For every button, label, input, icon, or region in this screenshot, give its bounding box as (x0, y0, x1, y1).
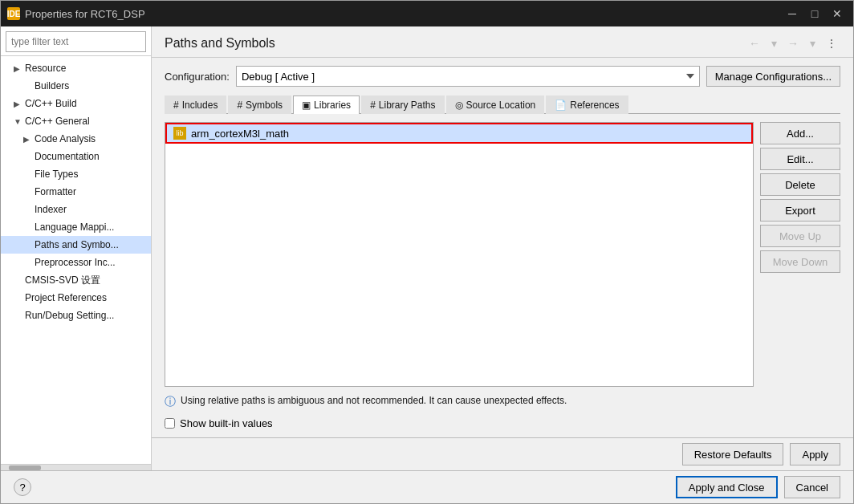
expand-icon (23, 241, 33, 250)
sidebar-item-label: Project References (25, 292, 107, 303)
apply-and-close-button[interactable]: Apply and Close (676, 476, 778, 498)
sidebar-item-code-analysis[interactable]: ▶ Code Analysis (1, 130, 151, 148)
sidebar-item-label: Resource (25, 63, 66, 74)
expand-icon (23, 205, 33, 214)
tab-includes-icon: # (173, 100, 179, 111)
tab-references-label: References (570, 100, 619, 111)
sidebar-item-label: Documentation (35, 151, 100, 162)
expand-icon: ▶ (14, 64, 23, 73)
show-builtin-row: Show built-in values (165, 417, 840, 429)
sidebar-item-label: C/C++ Build (25, 98, 77, 109)
sidebar-item-project-references[interactable]: Project References (1, 289, 151, 307)
main-window: IDE Properties for RCT6_DSP ─ □ ✕ ▶ Reso… (0, 0, 854, 504)
config-label: Configuration: (165, 71, 230, 83)
info-icon: ⓘ (165, 395, 176, 409)
filter-input[interactable] (6, 31, 146, 52)
tab-includes-label: Includes (182, 100, 218, 111)
expand-icon: ▶ (14, 100, 23, 108)
sidebar-item-language-mapping[interactable]: Language Mappi... (1, 218, 151, 236)
sidebar-item-label: Code Analysis (35, 133, 96, 144)
forward-dropdown-button[interactable]: ▾ (803, 35, 821, 52)
cancel-button[interactable]: Cancel (784, 476, 840, 498)
sidebar-item-documentation[interactable]: Documentation (1, 148, 151, 165)
tab-libraries-icon: ▣ (302, 100, 311, 111)
panel-title: Paths and Symbols (165, 36, 275, 51)
filter-wrap (1, 26, 151, 56)
sidebar-tree: ▶ Resource Builders ▶ C/C++ Build ▼ C/C+… (1, 56, 151, 464)
action-buttons: Add... Edit... Delete Export Move Up Mov… (760, 122, 840, 387)
expand-icon (23, 188, 33, 197)
config-select[interactable]: Debug [ Active ] (236, 66, 700, 87)
tabs-bar: # Includes # Symbols ▣ Libraries # Libra… (165, 95, 840, 114)
sidebar-item-indexer[interactable]: Indexer (1, 201, 151, 218)
sidebar-item-label: Paths and Symbo... (35, 239, 119, 250)
panel-header: Paths and Symbols ← ▾ → ▾ ⋮ (152, 26, 853, 58)
library-name: arm_cortexM3l_math (191, 128, 289, 140)
window-controls: ─ □ ✕ (783, 6, 847, 22)
sidebar: ▶ Resource Builders ▶ C/C++ Build ▼ C/C+… (1, 26, 152, 470)
very-bottom-right: Apply and Close Cancel (676, 476, 840, 498)
expand-icon (23, 152, 33, 161)
restore-defaults-button[interactable]: Restore Defaults (682, 443, 784, 465)
nav-dropdown-button[interactable]: ▾ (765, 35, 783, 52)
tab-source-location-icon: ◎ (455, 100, 463, 111)
show-builtin-label: Show built-in values (180, 417, 273, 429)
sidebar-item-label: File Types (35, 169, 78, 180)
back-button[interactable]: ← (746, 35, 763, 52)
expand-icon (14, 294, 23, 303)
sidebar-item-paths-symbols[interactable]: Paths and Symbo... (1, 236, 151, 254)
add-button[interactable]: Add... (760, 122, 840, 144)
sidebar-item-label: Indexer (35, 204, 67, 215)
window-title: Properties for RCT6_DSP (25, 8, 145, 20)
sidebar-item-builders[interactable]: Builders (1, 77, 151, 95)
manage-configurations-button[interactable]: Manage Configurations... (706, 66, 840, 87)
tab-includes[interactable]: # Includes (165, 96, 226, 114)
panel-content: Configuration: Debug [ Active ] Manage C… (152, 58, 853, 437)
maximize-button[interactable]: □ (805, 6, 824, 22)
forward-button[interactable]: → (784, 35, 802, 52)
sidebar-item-preprocessor-inc[interactable]: Preprocessor Inc... (1, 254, 151, 271)
sidebar-item-cxx-build[interactable]: ▶ C/C++ Build (1, 95, 151, 112)
export-button[interactable]: Export (760, 199, 840, 222)
info-message: ⓘ Using relative paths is ambiguous and … (165, 395, 840, 409)
delete-button[interactable]: Delete (760, 173, 840, 196)
tab-references-icon: 📄 (555, 100, 567, 111)
menu-button[interactable]: ⋮ (823, 35, 840, 52)
expand-icon (23, 258, 33, 267)
help-button[interactable]: ? (14, 478, 31, 496)
move-down-button[interactable]: Move Down (760, 250, 840, 273)
tab-source-location-label: Source Location (466, 100, 536, 111)
very-bottom-bar: ? Apply and Close Cancel (1, 470, 853, 503)
tab-symbols[interactable]: # Symbols (228, 96, 291, 114)
sidebar-scrollbar[interactable] (1, 464, 151, 470)
sidebar-item-resource[interactable]: ▶ Resource (1, 59, 151, 77)
apply-button[interactable]: Apply (790, 443, 840, 465)
sidebar-item-cmsis-svd[interactable]: CMSIS-SVD 设置 (1, 271, 151, 289)
right-panel: Paths and Symbols ← ▾ → ▾ ⋮ Configuratio… (152, 26, 853, 470)
expand-icon (23, 170, 33, 179)
bottom-bar: Restore Defaults Apply (152, 437, 853, 470)
show-builtin-checkbox[interactable] (165, 418, 175, 429)
tab-library-paths-label: Library Paths (379, 100, 436, 111)
minimize-button[interactable]: ─ (783, 6, 802, 22)
sidebar-item-label: Language Mappi... (35, 222, 114, 233)
libraries-table: lib arm_cortexM3l_math (165, 122, 754, 387)
table-row[interactable]: lib arm_cortexM3l_math (165, 123, 753, 144)
sidebar-item-run-debug[interactable]: Run/Debug Setting... (1, 307, 151, 324)
tab-library-paths[interactable]: # Library Paths (361, 96, 444, 114)
close-button[interactable]: ✕ (828, 6, 847, 22)
sidebar-item-label: Preprocessor Inc... (35, 257, 116, 268)
sidebar-item-file-types[interactable]: File Types (1, 165, 151, 183)
sidebar-item-label: Builders (35, 80, 69, 91)
edit-button[interactable]: Edit... (760, 148, 840, 170)
title-bar: IDE Properties for RCT6_DSP ─ □ ✕ (1, 1, 853, 26)
tab-symbols-label: Symbols (246, 100, 283, 111)
move-up-button[interactable]: Move Up (760, 225, 840, 247)
sidebar-item-formatter[interactable]: Formatter (1, 183, 151, 201)
sidebar-item-cxx-general[interactable]: ▼ C/C++ General (1, 112, 151, 130)
tab-references[interactable]: 📄 References (546, 96, 628, 114)
main-content: ▶ Resource Builders ▶ C/C++ Build ▼ C/C+… (1, 26, 853, 470)
app-icon: IDE (7, 7, 20, 20)
tab-source-location[interactable]: ◎ Source Location (446, 96, 545, 114)
tab-libraries[interactable]: ▣ Libraries (293, 96, 360, 114)
